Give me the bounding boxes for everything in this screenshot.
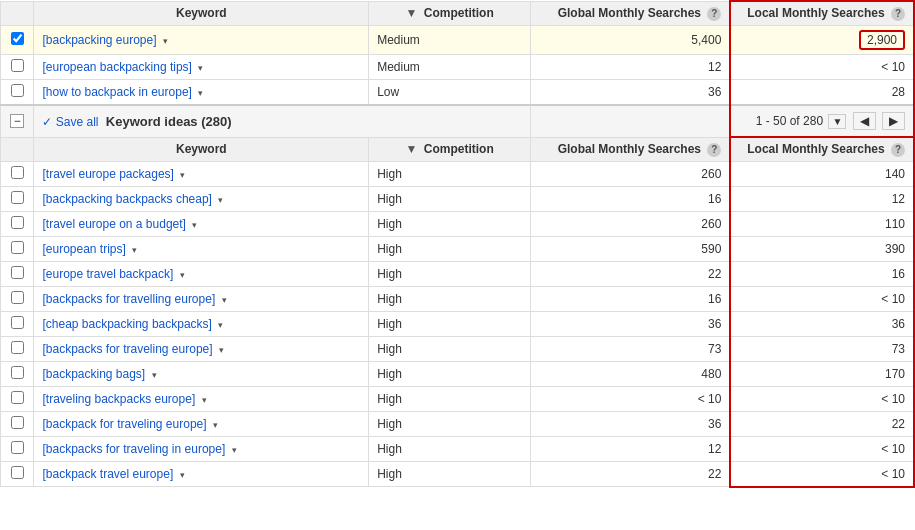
idea-local-cell: < 10	[730, 462, 914, 487]
idea-keyword-link[interactable]: [european trips]	[42, 242, 125, 256]
keyword-link[interactable]: [how to backpack in europe]	[42, 85, 191, 99]
idea-keyword-cell: [cheap backpacking backpacks] ▾	[34, 312, 369, 337]
row-checkbox[interactable]	[11, 59, 24, 72]
selected-keyword-cell: [backpacking europe] ▾	[34, 26, 369, 55]
idea-competition-cell: High	[369, 237, 531, 262]
idea-global-cell: 73	[531, 337, 731, 362]
ideas-local-header-label: Local Monthly Searches	[747, 142, 884, 156]
idea-checkbox[interactable]	[11, 416, 24, 429]
checkbox-header	[1, 1, 34, 26]
row-checkbox-cell	[1, 80, 34, 106]
idea-keyword-dropdown-arrow[interactable]: ▾	[213, 420, 218, 430]
idea-keyword-cell: [european trips] ▾	[34, 237, 369, 262]
idea-keyword-dropdown-arrow[interactable]: ▾	[219, 345, 224, 355]
idea-keyword-dropdown-arrow[interactable]: ▾	[222, 295, 227, 305]
keyword-column-header: Keyword	[34, 1, 369, 26]
idea-keyword-link[interactable]: [backpacks for travelling europe]	[42, 292, 215, 306]
idea-global-cell: 260	[531, 212, 731, 237]
pagination-prev-button[interactable]: ◀	[853, 112, 876, 130]
idea-keyword-dropdown-arrow[interactable]: ▾	[192, 220, 197, 230]
ideas-competition-sort-icon: ▼	[406, 142, 418, 156]
idea-keyword-dropdown-arrow[interactable]: ▾	[180, 270, 185, 280]
idea-keyword-link[interactable]: [europe travel backpack]	[42, 267, 173, 281]
keyword-idea-row: [traveling backpacks europe] ▾ High < 10…	[1, 387, 915, 412]
keyword-ideas-section: [travel europe packages] ▾ High 260 140 …	[1, 162, 915, 487]
row-checkbox-cell	[1, 26, 34, 55]
idea-keyword-dropdown-arrow[interactable]: ▾	[218, 320, 223, 330]
keyword-ideas-count-label: Keyword ideas (280)	[106, 114, 232, 129]
idea-keyword-dropdown-arrow[interactable]: ▾	[152, 370, 157, 380]
idea-keyword-link[interactable]: [backpacks for traveling europe]	[42, 342, 212, 356]
idea-checkbox[interactable]	[11, 166, 24, 179]
idea-keyword-link[interactable]: [backpacking bags]	[42, 367, 145, 381]
idea-keyword-dropdown-arrow[interactable]: ▾	[180, 170, 185, 180]
keyword-dropdown-arrow[interactable]: ▾	[163, 36, 168, 46]
row-checkbox[interactable]	[11, 84, 24, 97]
idea-checkbox[interactable]	[11, 441, 24, 454]
idea-keyword-dropdown-arrow[interactable]: ▾	[218, 195, 223, 205]
idea-checkbox[interactable]	[11, 316, 24, 329]
idea-keyword-link[interactable]: [travel europe packages]	[42, 167, 173, 181]
idea-keyword-dropdown-arrow[interactable]: ▾	[202, 395, 207, 405]
idea-keyword-dropdown-arrow[interactable]: ▾	[232, 445, 237, 455]
idea-checkbox[interactable]	[11, 241, 24, 254]
idea-checkbox[interactable]	[11, 466, 24, 479]
ideas-competition-header-label: Competition	[424, 142, 494, 156]
idea-local-cell: 16	[730, 262, 914, 287]
save-all-button[interactable]: ✓ Save all	[42, 115, 98, 129]
idea-checkbox-cell	[1, 287, 34, 312]
idea-keyword-cell: [backpack travel europe] ▾	[34, 462, 369, 487]
keyword-dropdown-arrow[interactable]: ▾	[198, 88, 203, 98]
idea-keyword-link[interactable]: [backpack travel europe]	[42, 467, 173, 481]
idea-keyword-dropdown-arrow[interactable]: ▾	[132, 245, 137, 255]
idea-global-cell: 16	[531, 287, 731, 312]
keyword-idea-row: [backpack travel europe] ▾ High 22 < 10	[1, 462, 915, 487]
ideas-competition-header[interactable]: ▼ Competition	[369, 137, 531, 162]
idea-keyword-link[interactable]: [backpacks for traveling in europe]	[42, 442, 225, 456]
idea-competition-cell: High	[369, 362, 531, 387]
idea-checkbox[interactable]	[11, 291, 24, 304]
ideas-global-help-icon[interactable]: ?	[707, 143, 721, 157]
idea-checkbox[interactable]	[11, 391, 24, 404]
pagination-dropdown-icon[interactable]: ▼	[828, 114, 846, 129]
row-checkbox[interactable]	[11, 32, 24, 45]
idea-keyword-link[interactable]: [backpack for traveling europe]	[42, 417, 206, 431]
idea-global-cell: 36	[531, 412, 731, 437]
highlighted-local-value: 2,900	[859, 30, 905, 50]
idea-checkbox-cell	[1, 237, 34, 262]
global-monthly-help-icon[interactable]: ?	[707, 7, 721, 21]
ideas-local-help-icon[interactable]: ?	[891, 143, 905, 157]
idea-keyword-cell: [backpacks for traveling in europe] ▾	[34, 437, 369, 462]
keyword-link[interactable]: [backpacking europe]	[42, 33, 156, 47]
pagination-next-button[interactable]: ▶	[882, 112, 905, 130]
idea-keyword-dropdown-arrow[interactable]: ▾	[180, 470, 185, 480]
idea-checkbox[interactable]	[11, 266, 24, 279]
keyword-idea-row: [travel europe on a budget] ▾ High 260 1…	[1, 212, 915, 237]
idea-keyword-link[interactable]: [cheap backpacking backpacks]	[42, 317, 211, 331]
competition-column-header[interactable]: ▼ Competition	[369, 1, 531, 26]
idea-local-cell: < 10	[730, 287, 914, 312]
keyword-link[interactable]: [european backpacking tips]	[42, 60, 191, 74]
minus-checkbox[interactable]: −	[10, 114, 24, 128]
local-monthly-help-icon[interactable]: ?	[891, 7, 905, 21]
top-header-row: Keyword ▼ Competition Global Monthly Sea…	[1, 1, 915, 26]
idea-keyword-link[interactable]: [travel europe on a budget]	[42, 217, 185, 231]
ideas-keyword-header-label: Keyword	[176, 142, 227, 156]
idea-checkbox[interactable]	[11, 341, 24, 354]
idea-local-cell: < 10	[730, 387, 914, 412]
idea-checkbox-cell	[1, 262, 34, 287]
keyword-dropdown-arrow[interactable]: ▾	[198, 63, 203, 73]
selected-keyword-cell: [how to backpack in europe] ▾	[34, 80, 369, 106]
selected-keywords-section: [backpacking europe] ▾ Medium 5,400 2,90…	[1, 26, 915, 106]
idea-keyword-link[interactable]: [backpacking backpacks cheap]	[42, 192, 211, 206]
pagination-info: 1 - 50 of 280 ▼	[756, 114, 850, 128]
ideas-local-header: Local Monthly Searches ?	[730, 137, 914, 162]
idea-competition-cell: High	[369, 337, 531, 362]
idea-keyword-cell: [backpacks for traveling europe] ▾	[34, 337, 369, 362]
idea-checkbox[interactable]	[11, 191, 24, 204]
idea-checkbox[interactable]	[11, 366, 24, 379]
idea-checkbox-cell	[1, 412, 34, 437]
idea-local-cell: 140	[730, 162, 914, 187]
idea-checkbox[interactable]	[11, 216, 24, 229]
idea-keyword-link[interactable]: [traveling backpacks europe]	[42, 392, 195, 406]
